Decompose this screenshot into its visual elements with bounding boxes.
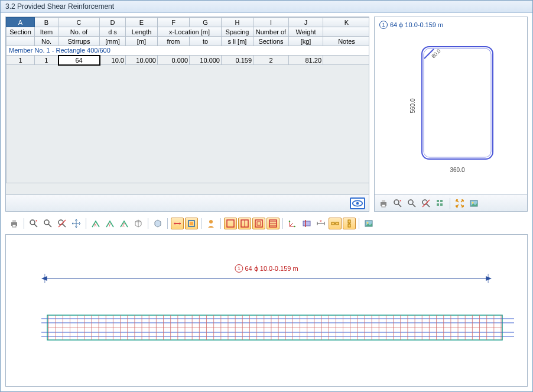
svg-text:Z: Z — [122, 223, 125, 227]
col-letter[interactable]: I — [254, 18, 289, 27]
hdr: Notes — [323, 37, 369, 46]
hdr: Item — [35, 27, 58, 37]
view-z-icon[interactable]: Z — [118, 218, 131, 229]
zoom-reset-icon[interactable] — [420, 197, 433, 209]
view-y-icon[interactable]: Y — [103, 218, 116, 229]
toggle-rebar-icon[interactable] — [171, 218, 184, 229]
svg-point-36 — [179, 223, 181, 225]
svg-marker-64 — [41, 276, 47, 281]
member-header-row[interactable]: Member No. 1 - Rectangle 400/600 — [6, 46, 369, 56]
svg-rect-17 — [437, 203, 439, 206]
main-toolbar: X Y Z x — [5, 215, 528, 232]
dim-v: 560.0 — [410, 98, 416, 113]
layout-4-icon[interactable] — [266, 218, 280, 229]
cell-spacing[interactable]: 0.159 — [222, 56, 254, 65]
sheet-table[interactable]: A B C D E F G H I J K — [6, 17, 369, 183]
cell-ds[interactable]: 10.0 — [100, 56, 126, 65]
layout-2-icon[interactable] — [238, 218, 251, 229]
view-3d-icon[interactable] — [132, 218, 145, 229]
col-letter[interactable]: A — [6, 18, 35, 27]
svg-rect-18 — [440, 203, 443, 206]
print-icon[interactable] — [8, 218, 21, 229]
cell-item[interactable]: 1 — [35, 56, 58, 65]
cell-length[interactable]: 10.000 — [126, 56, 158, 65]
zoom-icon[interactable] — [405, 197, 418, 209]
find-member-icon[interactable] — [27, 218, 40, 229]
col-letter[interactable]: F — [158, 18, 190, 27]
header-row-1: Section Item No. of d s Length x-Locatio… — [6, 27, 369, 37]
hdr: from — [158, 37, 190, 46]
section-preview-panel: 1 64 ϕ 10.0-0.159 m 80.0 560.0 360.0 — [374, 17, 528, 212]
svg-rect-16 — [440, 200, 443, 202]
data-grid[interactable]: A B C D E F G H I J K — [6, 17, 369, 195]
hdr: s li [m] — [222, 37, 254, 46]
svg-line-11 — [412, 204, 415, 207]
table-panel: A B C D E F G H I J K — [5, 17, 369, 212]
col-letter[interactable]: G — [190, 18, 222, 27]
beam-view-panel[interactable]: 1 64 ϕ 10.0-0.159 m — [5, 234, 528, 387]
section-label-text: 64 ϕ 10.0-0.159 m — [390, 21, 443, 29]
header-row-2: No. Stirrups [mm] [m] from to s li [m] S… — [6, 37, 369, 46]
cell-nsect[interactable]: 2 — [254, 56, 289, 65]
svg-rect-55 — [332, 222, 334, 225]
col-letter[interactable]: K — [323, 18, 369, 27]
link-v-icon[interactable] — [343, 218, 356, 229]
link-h-icon[interactable] — [329, 218, 342, 229]
view-toggle-button[interactable] — [350, 197, 365, 209]
svg-line-13 — [427, 204, 430, 207]
beam-label-circ: 1 — [235, 264, 243, 273]
svg-marker-65 — [486, 276, 492, 281]
cell-notes[interactable] — [323, 56, 369, 65]
svg-point-28 — [58, 220, 63, 225]
extents-icon[interactable] — [453, 197, 466, 209]
table-footer — [6, 195, 369, 211]
hdr: Number of — [254, 27, 289, 37]
image-icon[interactable] — [467, 197, 480, 209]
iso-icon[interactable] — [151, 218, 164, 229]
svg-rect-44 — [257, 222, 261, 225]
pan-icon[interactable] — [70, 218, 83, 229]
image-icon[interactable] — [362, 218, 375, 229]
svg-line-27 — [48, 224, 51, 227]
cell-xto[interactable]: 10.000 — [190, 56, 222, 65]
beam-label: 1 64 ϕ 10.0-0.159 m — [235, 264, 298, 273]
svg-point-26 — [44, 220, 49, 225]
col-letter[interactable]: J — [289, 18, 323, 27]
hdr: d s — [100, 27, 126, 37]
section-canvas[interactable]: 1 64 ϕ 10.0-0.159 m 80.0 560.0 360.0 — [375, 17, 527, 195]
svg-rect-43 — [255, 220, 262, 227]
col-letter[interactable]: C — [58, 18, 100, 27]
layout-3-icon[interactable] — [252, 218, 265, 229]
person-icon[interactable] — [204, 218, 217, 229]
col-letter[interactable]: E — [126, 18, 158, 27]
find-icon[interactable] — [391, 197, 404, 209]
cell-stirrups[interactable]: 64 — [58, 56, 100, 65]
svg-rect-22 — [12, 220, 16, 222]
cell-section[interactable]: 1 — [6, 56, 35, 65]
member-label: Member No. 1 - Rectangle 400/600 — [6, 46, 369, 56]
section-cut-icon[interactable] — [300, 218, 313, 229]
zoom-cancel-icon[interactable] — [56, 218, 69, 229]
cell-weight[interactable]: 81.20 — [289, 56, 323, 65]
hdr — [323, 27, 369, 37]
section-toolbar — [375, 195, 527, 211]
section-label: 1 64 ϕ 10.0-0.159 m — [379, 21, 443, 29]
col-letter[interactable]: H — [222, 18, 254, 27]
print-icon[interactable] — [377, 197, 390, 209]
axis-icon[interactable] — [286, 218, 299, 229]
svg-point-39 — [209, 220, 213, 223]
hdr: Weight — [289, 27, 323, 37]
view-x-icon[interactable]: X — [89, 218, 102, 229]
cell-xfrom[interactable]: 0.000 — [158, 56, 190, 65]
col-letter[interactable]: D — [100, 18, 126, 27]
zoom-icon[interactable] — [41, 218, 54, 229]
beam-svg — [41, 312, 514, 347]
table-row[interactable]: 1 1 64 10.0 10.000 0.000 10.000 0.159 2 … — [6, 56, 369, 65]
grid-select-icon[interactable] — [434, 197, 447, 209]
col-letter[interactable]: B — [35, 18, 58, 27]
dimension-x-icon[interactable]: x — [314, 218, 327, 229]
layout-1-icon[interactable] — [224, 218, 237, 229]
svg-line-9 — [398, 204, 401, 207]
toggle-stirrups-icon[interactable] — [185, 218, 198, 229]
hdr: [m] — [126, 37, 158, 46]
